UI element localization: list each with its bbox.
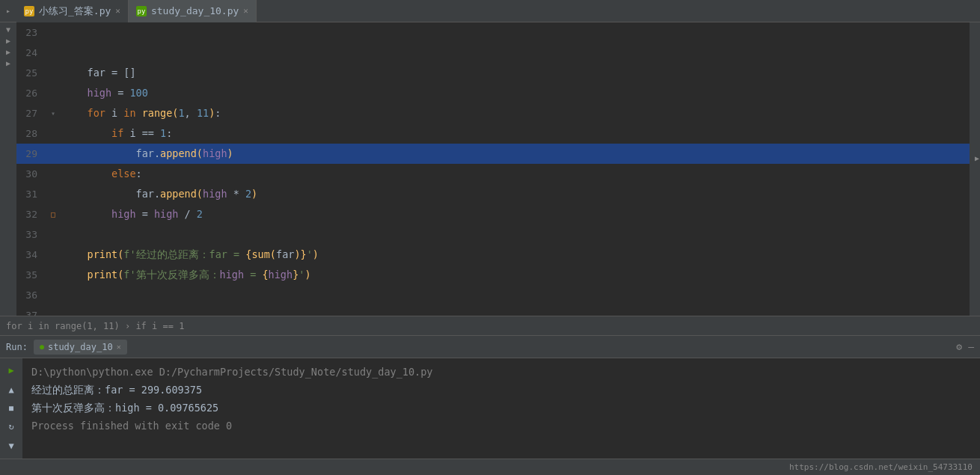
line-content-27: for i in range(1, 11): xyxy=(60,103,970,123)
editor-container: ▼ ▶ ▶ ▶ 23 24 25 far = [] 26 xyxy=(0,22,980,316)
line-num-32: 32 xyxy=(16,204,46,224)
line-num-35: 35 xyxy=(16,265,46,285)
run-output-line-5: Process finished with exit code 0 xyxy=(31,417,971,435)
run-stop-btn[interactable]: ■ xyxy=(7,402,16,414)
collapse-icon: ▸ xyxy=(6,7,10,15)
code-line-26: 26 high = 100 xyxy=(16,83,970,103)
line-gutter-36 xyxy=(46,285,60,305)
line-gutter-35 xyxy=(46,265,60,285)
line-content-37 xyxy=(60,305,970,316)
code-line-25: 25 far = [] xyxy=(16,63,970,83)
line-gutter-23 xyxy=(46,22,60,43)
line-num-37: 37 xyxy=(16,305,46,316)
tab-close-answer[interactable]: ✕ xyxy=(115,6,120,16)
breadcrumb-bar: for i in range(1, 11) › if i == 1 xyxy=(0,316,980,335)
run-output: D:\python\python.exe D:/PycharmProjects/… xyxy=(22,358,980,459)
line-num-30: 30 xyxy=(16,164,46,184)
line-content-23 xyxy=(60,22,970,43)
code-line-27: 27 ▾ for i in range(1, 11): xyxy=(16,103,970,123)
code-line-31: 31 far.append(high * 2) xyxy=(16,184,970,204)
run-rerun-btn[interactable]: ↻ xyxy=(6,419,16,434)
tab-bar-left: ▸ xyxy=(0,7,16,15)
run-sidebar: ▶ ▲ ■ ↻ ▼ ⤓ xyxy=(0,358,22,459)
line-num-29: 29 xyxy=(16,144,46,164)
line-num-28: 28 xyxy=(16,123,46,144)
tab-study[interactable]: py study_day_10.py ✕ xyxy=(129,0,257,22)
code-line-29: 29 far.append(high) xyxy=(16,144,970,164)
line-gutter-24 xyxy=(46,43,60,63)
run-output-line-3: 第十次反弹多高：high = 0.09765625 xyxy=(31,399,971,417)
left-sidebar: ▼ ▶ ▶ ▶ xyxy=(0,22,16,316)
run-output-line-2: 经过的总距离：far = 299.609375 xyxy=(31,381,971,399)
line-gutter-32: □ xyxy=(46,204,60,224)
line-content-29: far.append(high) xyxy=(60,144,970,164)
code-line-23: 23 xyxy=(16,22,970,43)
line-content-26: high = 100 xyxy=(60,83,970,103)
run-tab-close[interactable]: ✕ xyxy=(117,343,121,351)
run-header-right: ⚙ — xyxy=(956,341,974,352)
code-line-33: 33 xyxy=(16,224,970,245)
sidebar-arrow-right2[interactable]: ▶ xyxy=(6,46,10,58)
line-gutter-33 xyxy=(46,224,60,245)
code-line-35: 35 print(f'第十次反弹多高：high = {high}') xyxy=(16,265,970,285)
line-gutter-34 xyxy=(46,245,60,265)
run-header: Run: ● study_day_10 ✕ ⚙ — xyxy=(0,336,980,358)
line-content-33 xyxy=(60,224,970,245)
line-content-32: high = high / 2 xyxy=(60,204,970,224)
run-down-btn[interactable]: ▼ xyxy=(6,438,16,453)
line-content-25: far = [] xyxy=(60,63,970,83)
tab-answer[interactable]: py 小练习_答案.py ✕ xyxy=(16,0,129,22)
line-num-27: 27 xyxy=(16,103,46,123)
line-num-26: 26 xyxy=(16,83,46,103)
line-gutter-30 xyxy=(46,164,60,184)
line-gutter-27: ▾ xyxy=(46,103,60,123)
sidebar-arrow-right3[interactable]: ▶ xyxy=(6,58,10,69)
line-gutter-37 xyxy=(46,305,60,316)
line-num-23: 23 xyxy=(16,22,46,43)
sidebar-arrow-right1[interactable]: ▶ xyxy=(6,35,10,46)
tab-label-answer: 小练习_答案.py xyxy=(39,4,111,18)
run-tab-label: study_day_10 xyxy=(48,342,113,352)
run-tab[interactable]: ● study_day_10 ✕ xyxy=(34,340,127,355)
line-num-24: 24 xyxy=(16,43,46,63)
line-num-36: 36 xyxy=(16,285,46,305)
run-panel: Run: ● study_day_10 ✕ ⚙ — ▶ ▲ ■ ↻ ▼ ⤓ D:… xyxy=(0,335,980,459)
code-line-28: 28 if i == 1: xyxy=(16,123,970,144)
line-content-30: else: xyxy=(60,164,970,184)
line-content-35: print(f'第十次反弹多高：high = {high}') xyxy=(60,265,970,285)
line-gutter-29 xyxy=(46,144,60,164)
line-content-34: print(f'经过的总距离：far = {sum(far)}') xyxy=(60,245,970,265)
run-label: Run: xyxy=(6,342,28,352)
run-minimize-icon[interactable]: — xyxy=(968,341,974,352)
run-up-btn[interactable]: ▲ xyxy=(6,382,16,397)
line-gutter-28 xyxy=(46,123,60,144)
code-line-34: 34 print(f'经过的总距离：far = {sum(far)}') xyxy=(16,245,970,265)
tab-icon-answer: py xyxy=(24,6,34,16)
code-line-24: 24 xyxy=(16,43,970,63)
line-gutter-31 xyxy=(46,184,60,204)
tab-label-study: study_day_10.py xyxy=(151,5,239,16)
code-line-36: 36 xyxy=(16,285,970,305)
right-arrow-icon: ▶ xyxy=(975,154,979,162)
tab-icon-study: py xyxy=(136,6,147,16)
line-content-24 xyxy=(60,43,970,63)
line-num-33: 33 xyxy=(16,224,46,245)
run-play-btn[interactable]: ▶ xyxy=(6,363,16,378)
code-line-32: 32 □ high = high / 2 xyxy=(16,204,970,224)
line-gutter-26 xyxy=(46,83,60,103)
run-output-line-1: D:\python\python.exe D:/PycharmProjects/… xyxy=(31,363,971,381)
line-num-34: 34 xyxy=(16,245,46,265)
status-url: https://blog.csdn.net/weixin_54733110 xyxy=(789,462,973,472)
line-num-25: 25 xyxy=(16,63,46,83)
line-content-31: far.append(high * 2) xyxy=(60,184,970,204)
run-body: ▶ ▲ ■ ↻ ▼ ⤓ D:\python\python.exe D:/Pych… xyxy=(0,358,980,459)
code-editor[interactable]: 23 24 25 far = [] 26 high = 100 xyxy=(16,22,970,316)
run-settings-icon[interactable]: ⚙ xyxy=(956,341,962,352)
code-line-30: 30 else: xyxy=(16,164,970,184)
line-content-36 xyxy=(60,285,970,305)
line-gutter-25 xyxy=(46,63,60,83)
sidebar-arrow-down[interactable]: ▼ xyxy=(6,24,10,35)
tab-close-study[interactable]: ✕ xyxy=(243,6,248,16)
line-content-28: if i == 1: xyxy=(60,123,970,144)
line-num-31: 31 xyxy=(16,184,46,204)
